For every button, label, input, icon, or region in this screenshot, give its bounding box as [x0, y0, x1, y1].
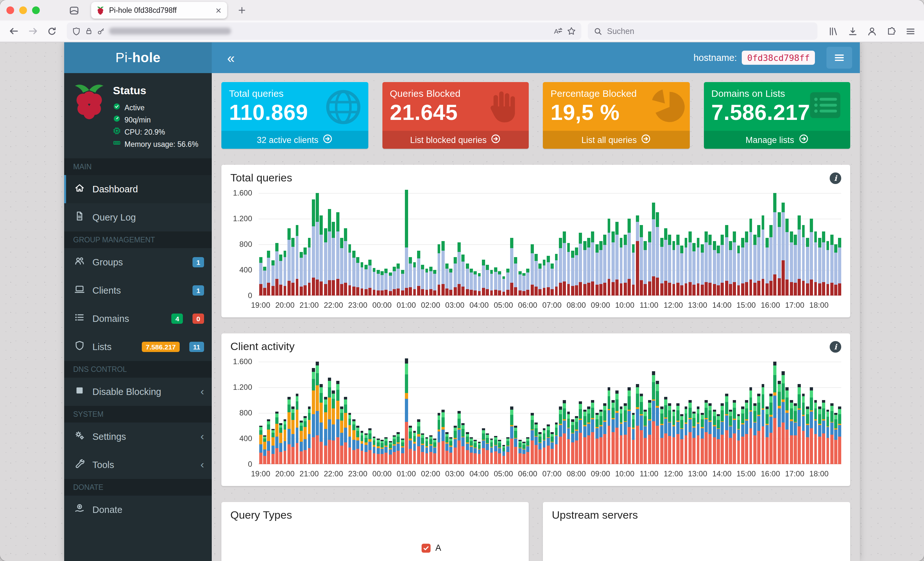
card-footer-link[interactable]: List blocked queries	[382, 131, 529, 149]
bar	[627, 387, 631, 464]
card-footer-link[interactable]: Manage lists	[704, 131, 850, 149]
forward-icon[interactable]	[24, 23, 41, 39]
account-icon[interactable]	[864, 23, 880, 39]
bar	[591, 232, 594, 296]
bar-segment	[774, 274, 777, 296]
menu-hamburger-icon[interactable]	[902, 23, 919, 39]
sidebar-item-label: Dashboard	[92, 184, 204, 194]
back-icon[interactable]	[5, 23, 22, 39]
sidebar-item-groups[interactable]: Groups1	[64, 248, 212, 276]
minimize-window-button[interactable]	[19, 6, 27, 14]
bar-segment	[433, 453, 436, 464]
card-footer-link[interactable]: List all queries	[543, 131, 690, 149]
bar-segment	[681, 420, 684, 428]
bar-segment	[822, 408, 825, 419]
bar-segment	[778, 406, 781, 408]
bar-segment	[458, 284, 461, 296]
bar	[437, 244, 441, 296]
sidebar-item-dashboard[interactable]: Dashboard	[64, 175, 212, 203]
bar-segment	[336, 212, 339, 232]
arrow-circle-icon	[798, 134, 808, 145]
bar	[632, 413, 635, 464]
reload-icon[interactable]	[44, 23, 60, 39]
bar-segment	[648, 281, 651, 296]
bar-segment	[640, 430, 643, 464]
bar-segment	[332, 393, 335, 398]
downloads-icon[interactable]	[844, 23, 861, 39]
bar-segment	[376, 440, 380, 442]
firefox-view-icon[interactable]	[66, 2, 82, 19]
query-type-checkbox-a[interactable]: A	[422, 543, 441, 553]
sidebar-collapse-icon[interactable]: «	[222, 48, 240, 67]
bar-segment	[579, 420, 582, 433]
sidebar-item-query-log[interactable]: Query Log	[64, 203, 212, 232]
checkbox-icon[interactable]	[422, 543, 431, 552]
bookmark-star-icon[interactable]	[567, 26, 576, 36]
tab-close-icon[interactable]	[215, 7, 222, 14]
bar	[774, 193, 777, 296]
bar-segment	[770, 417, 772, 432]
info-icon[interactable]: i	[830, 341, 841, 353]
pihole-brand[interactable]: Pi-hole	[64, 42, 212, 73]
bar-segment	[547, 426, 550, 430]
bar-segment	[616, 390, 619, 393]
bar-segment	[814, 282, 817, 296]
bar-segment	[530, 285, 534, 296]
browser-tab[interactable]: Pi-hole 0fd38cd798ff	[91, 2, 227, 19]
bar-segment	[595, 244, 598, 253]
bar-segment	[450, 453, 453, 464]
browser-toolbar: A Suchen	[0, 21, 924, 42]
close-window-button[interactable]	[6, 6, 14, 14]
bar-segment	[563, 243, 566, 281]
bar-segment	[385, 453, 388, 464]
bar-segment	[522, 276, 525, 291]
legend-label: A	[435, 543, 441, 553]
bar-segment	[551, 436, 554, 442]
bar-segment	[790, 400, 793, 402]
library-icon[interactable]	[825, 23, 842, 39]
sidebar-menu: MAINDashboardQuery LogGROUP MANAGEMENTGr…	[64, 159, 212, 524]
bar-segment	[559, 425, 562, 437]
bar-segment	[806, 238, 809, 247]
sidebar-item-settings[interactable]: Settings‹	[64, 422, 212, 451]
bar-segment	[737, 416, 740, 420]
lock-icon[interactable]	[85, 27, 93, 35]
search-bar[interactable]: Suchen	[588, 22, 818, 40]
browser-window: Pi-hole 0fd38cd798ff	[0, 0, 924, 561]
bar-segment	[324, 404, 327, 412]
bar-segment	[692, 427, 696, 438]
new-tab-button[interactable]	[234, 2, 250, 19]
bar-segment	[393, 289, 396, 296]
info-icon[interactable]: i	[830, 172, 841, 184]
translate-icon[interactable]: A	[552, 26, 563, 36]
zoom-window-button[interactable]	[32, 6, 40, 14]
tracking-protection-shield-icon[interactable]	[72, 27, 81, 36]
app-menu-hamburger-icon[interactable]	[826, 47, 852, 69]
key-icon[interactable]	[97, 27, 105, 35]
card-footer-link[interactable]: 32 active clients	[221, 131, 368, 149]
sidebar-item-domains[interactable]: Domains40	[64, 305, 212, 333]
bar	[761, 215, 765, 296]
sidebar-item-lists[interactable]: Lists7.586.21711	[64, 333, 212, 361]
bar	[328, 209, 331, 296]
bar-segment	[360, 444, 363, 451]
bar-segment	[575, 440, 578, 464]
url-bar[interactable]: A	[67, 22, 581, 40]
bar-segment	[559, 409, 562, 414]
extensions-icon[interactable]	[883, 23, 900, 39]
bar-segment	[288, 412, 291, 429]
bar-segment	[474, 441, 477, 443]
bar-segment	[725, 281, 728, 296]
bar-segment	[599, 410, 603, 412]
sidebar-item-donate[interactable]: Donate	[64, 495, 212, 524]
bar	[478, 442, 481, 464]
bar-segment	[538, 263, 542, 269]
sidebar-item-clients[interactable]: Clients1	[64, 276, 212, 305]
bar-segment	[303, 422, 307, 427]
sidebar-item-tools[interactable]: Tools‹	[64, 451, 212, 479]
sidebar-item-disable-blocking[interactable]: Disable Blocking‹	[64, 378, 212, 406]
bar	[441, 241, 445, 296]
bar	[579, 401, 582, 464]
bar-segment	[288, 444, 291, 464]
bar-segment	[547, 430, 550, 437]
